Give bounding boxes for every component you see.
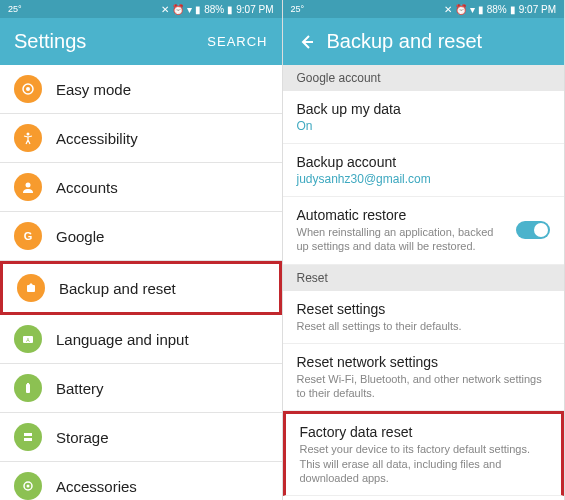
setting-title: Factory data reset — [300, 424, 548, 440]
item-language-input[interactable]: A Language and input — [0, 315, 282, 364]
auto-restore-toggle[interactable] — [516, 221, 550, 239]
item-battery[interactable]: Battery — [0, 364, 282, 413]
statusbar: 25° ✕ ⏰ ▾ ▮ 88% ▮ 9:07 PM — [283, 0, 565, 18]
item-storage[interactable]: Storage — [0, 413, 282, 462]
page-title: Backup and reset — [327, 30, 483, 53]
signal-icon: ▮ — [478, 4, 484, 15]
language-icon: A — [14, 325, 42, 353]
item-google[interactable]: G Google — [0, 212, 282, 261]
setting-title: Reset settings — [297, 301, 551, 317]
statusbar-time: 9:07 PM — [236, 4, 273, 15]
wifi-icon: ▾ — [470, 4, 475, 15]
statusbar-temp: 25° — [8, 4, 22, 14]
svg-point-3 — [26, 183, 31, 188]
statusbar-right: ✕ ⏰ ▾ ▮ 88% ▮ 9:07 PM — [161, 4, 273, 15]
google-icon: G — [14, 222, 42, 250]
item-label: Easy mode — [56, 81, 131, 98]
setting-sub: Reset Wi-Fi, Bluetooth, and other networ… — [297, 372, 551, 401]
svg-rect-9 — [27, 383, 29, 385]
item-label: Accounts — [56, 179, 118, 196]
section-reset: Reset — [283, 265, 565, 291]
statusbar-time: 9:07 PM — [519, 4, 556, 15]
item-backup-reset[interactable]: Backup and reset — [0, 261, 282, 315]
svg-text:G: G — [24, 230, 33, 242]
statusbar-temp: 25° — [291, 4, 305, 14]
easy-mode-icon — [14, 75, 42, 103]
item-label: Backup and reset — [59, 280, 176, 297]
setting-sub: Reset your device to its factory default… — [300, 442, 548, 485]
backup-header: Backup and reset — [283, 18, 565, 65]
item-accounts[interactable]: Accounts — [0, 163, 282, 212]
svg-rect-8 — [26, 384, 30, 393]
item-label: Accessories — [56, 478, 137, 495]
setting-title: Reset network settings — [297, 354, 551, 370]
back-icon[interactable] — [297, 33, 315, 51]
statusbar: 25° ✕ ⏰ ▾ ▮ 88% ▮ 9:07 PM — [0, 0, 282, 18]
item-label: Language and input — [56, 331, 189, 348]
accessibility-icon — [14, 124, 42, 152]
page-title: Settings — [14, 30, 86, 53]
backup-reset-screen: 25° ✕ ⏰ ▾ ▮ 88% ▮ 9:07 PM Backup and res… — [283, 0, 566, 500]
item-accessories[interactable]: Accessories — [0, 462, 282, 500]
battery-pct: 88% — [204, 4, 224, 15]
setting-value: On — [297, 119, 551, 133]
search-button[interactable]: SEARCH — [207, 34, 267, 49]
svg-point-13 — [27, 485, 30, 488]
svg-rect-5 — [27, 285, 35, 292]
alarm-icon: ⏰ — [455, 4, 467, 15]
backup-reset-icon — [17, 274, 45, 302]
setting-title: Back up my data — [297, 101, 551, 117]
setting-factory-reset[interactable]: Factory data reset Reset your device to … — [283, 411, 565, 496]
svg-rect-10 — [24, 433, 32, 436]
statusbar-right: ✕ ⏰ ▾ ▮ 88% ▮ 9:07 PM — [444, 4, 556, 15]
item-label: Accessibility — [56, 130, 138, 147]
setting-backup-data[interactable]: Back up my data On — [283, 91, 565, 144]
setting-reset-settings[interactable]: Reset settings Reset all settings to the… — [283, 291, 565, 344]
svg-point-1 — [26, 87, 30, 91]
setting-reset-network[interactable]: Reset network settings Reset Wi-Fi, Blue… — [283, 344, 565, 412]
setting-sub: Reset all settings to their defaults. — [297, 319, 551, 333]
item-label: Battery — [56, 380, 104, 397]
setting-auto-restore[interactable]: Automatic restore When reinstalling an a… — [283, 197, 565, 265]
setting-title: Automatic restore — [297, 207, 509, 223]
accounts-icon — [14, 173, 42, 201]
item-accessibility[interactable]: Accessibility — [0, 114, 282, 163]
section-google-account: Google account — [283, 65, 565, 91]
battery-icon: ▮ — [227, 4, 233, 15]
setting-title: Backup account — [297, 154, 551, 170]
wifi-icon: ▾ — [187, 4, 192, 15]
accessories-icon — [14, 472, 42, 500]
mute-icon: ✕ — [444, 4, 452, 15]
setting-value: judysanhz30@gmail.com — [297, 172, 551, 186]
item-label: Storage — [56, 429, 109, 446]
battery-icon — [14, 374, 42, 402]
settings-list[interactable]: Easy mode Accessibility Accounts G Googl… — [0, 65, 282, 500]
svg-point-2 — [27, 133, 30, 136]
setting-sub: When reinstalling an application, backed… — [297, 225, 509, 254]
alarm-icon: ⏰ — [172, 4, 184, 15]
item-label: Google — [56, 228, 104, 245]
signal-icon: ▮ — [195, 4, 201, 15]
svg-rect-11 — [24, 438, 32, 441]
battery-pct: 88% — [487, 4, 507, 15]
battery-icon: ▮ — [510, 4, 516, 15]
item-easy-mode[interactable]: Easy mode — [0, 65, 282, 114]
mute-icon: ✕ — [161, 4, 169, 15]
setting-backup-account[interactable]: Backup account judysanhz30@gmail.com — [283, 144, 565, 197]
settings-header: Settings SEARCH — [0, 18, 282, 65]
settings-screen: 25° ✕ ⏰ ▾ ▮ 88% ▮ 9:07 PM Settings SEARC… — [0, 0, 283, 500]
storage-icon — [14, 423, 42, 451]
backup-list[interactable]: Google account Back up my data On Backup… — [283, 65, 565, 500]
